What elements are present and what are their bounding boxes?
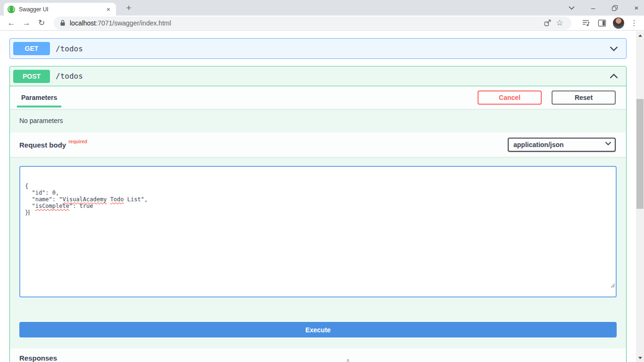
content-type-select[interactable]: application/json xyxy=(508,138,616,152)
cancel-button[interactable]: Cancel xyxy=(478,90,542,105)
post-endpoint-block: POST /todos Parameters Cancel Reset No p… xyxy=(9,66,627,362)
back-button[interactable]: ← xyxy=(4,16,19,30)
required-label: required xyxy=(68,139,87,144)
post-endpoint-summary[interactable]: POST /todos xyxy=(10,66,626,86)
window-close-button[interactable]: × xyxy=(633,4,640,12)
window-menu-chevron-icon[interactable] xyxy=(568,4,575,12)
swagger-page: GET /todos POST /todos Parameters Cancel… xyxy=(0,31,644,362)
window-minimize-button[interactable]: – xyxy=(589,4,597,12)
request-body-content: { "id": 0, "name": "VisualAcademy Todo L… xyxy=(25,183,611,216)
window-restore-button[interactable] xyxy=(611,4,619,12)
method-badge-get: GET xyxy=(13,42,50,55)
request-body-editor[interactable]: { "id": 0, "name": "VisualAcademy Todo L… xyxy=(19,166,617,297)
scrollbar-up-arrow[interactable] xyxy=(636,32,644,39)
get-endpoint-summary[interactable]: GET /todos xyxy=(10,39,626,58)
lock-icon[interactable] xyxy=(59,19,66,26)
url-text: localhost:7071/swagger/index.html xyxy=(70,19,171,27)
execute-wrapper: Execute xyxy=(10,307,626,348)
share-icon[interactable] xyxy=(541,17,553,29)
execute-button[interactable]: Execute xyxy=(19,322,617,337)
browser-toolbar: ← → ↻ localhost:7071/swagger/index.html … xyxy=(0,16,644,31)
browser-menu-icon[interactable]: ⋮ xyxy=(628,17,640,29)
responses-section-header: Responses xyxy=(10,348,626,362)
window-controls: – × xyxy=(568,0,640,16)
profile-avatar[interactable] xyxy=(613,17,624,29)
collapse-chevron-up-icon[interactable] xyxy=(610,74,618,79)
request-body-title: Request bodyrequired xyxy=(19,141,87,149)
parameters-tab[interactable]: Parameters xyxy=(17,94,61,107)
post-endpoint-path: /todos xyxy=(56,72,83,81)
get-endpoint-block: GET /todos xyxy=(9,38,627,59)
tab-title: Swagger UI xyxy=(19,6,105,13)
address-bar[interactable]: localhost:7071/swagger/index.html ☆ xyxy=(54,16,571,30)
tab-swagger-ui[interactable]: { } Swagger UI × xyxy=(4,3,116,16)
scrollbar-thumb[interactable] xyxy=(636,99,644,209)
mouse-cursor-hand-icon: ☝ xyxy=(341,356,350,362)
media-controls-icon[interactable] xyxy=(580,17,592,29)
content-type-select-wrap: application/json xyxy=(508,138,616,152)
side-panel-icon[interactable] xyxy=(596,17,608,29)
method-badge-post: POST xyxy=(13,70,50,83)
request-body-header: Request bodyrequired application/json xyxy=(10,132,626,157)
bookmark-star-icon[interactable]: ☆ xyxy=(553,17,566,29)
tab-close-icon[interactable]: × xyxy=(105,6,112,13)
swagger-favicon-icon: { } xyxy=(8,6,15,13)
parameters-section-header: Parameters Cancel Reset xyxy=(10,86,626,109)
resize-handle-icon[interactable] xyxy=(569,276,615,296)
forward-button[interactable]: → xyxy=(19,16,34,30)
page-scrollbar[interactable] xyxy=(636,31,644,362)
expand-chevron-down-icon[interactable] xyxy=(610,46,618,51)
new-tab-button[interactable]: + xyxy=(123,2,135,14)
browser-tab-bar: { } Swagger UI × + – × xyxy=(0,0,644,16)
responses-title: Responses xyxy=(19,354,57,362)
get-endpoint-path: /todos xyxy=(56,44,83,53)
reset-button[interactable]: Reset xyxy=(552,90,616,105)
scrollbar-down-arrow[interactable] xyxy=(636,354,644,362)
no-parameters-text: No parameters xyxy=(10,109,626,132)
request-body-area: { "id": 0, "name": "VisualAcademy Todo L… xyxy=(10,157,626,307)
reload-button[interactable]: ↻ xyxy=(34,16,49,30)
